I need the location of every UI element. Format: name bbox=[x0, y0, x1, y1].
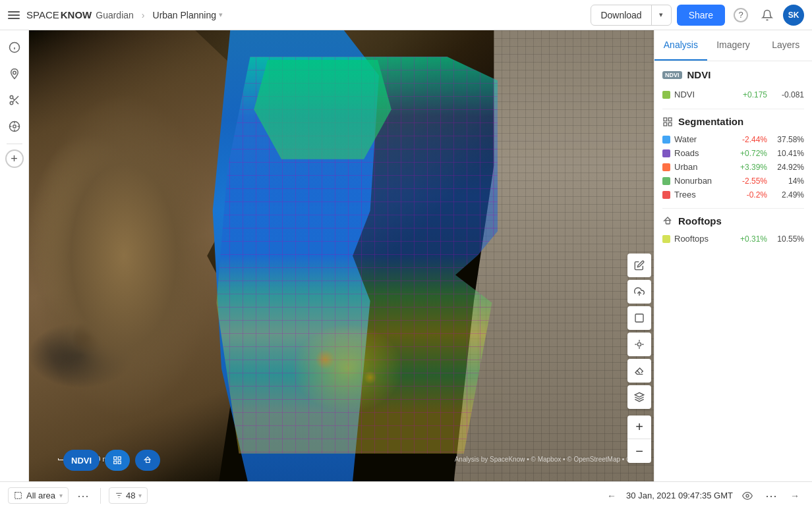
ndvi-label: NDVI bbox=[674, 90, 734, 99]
svg-line-7 bbox=[15, 101, 18, 104]
notification-button[interactable] bbox=[757, 5, 778, 26]
breadcrumb-current[interactable]: Urban Planning ▾ bbox=[153, 10, 223, 20]
segmentation-header: Segmentation bbox=[662, 116, 804, 127]
ndvi-badge: NDVI bbox=[662, 71, 682, 79]
ndvi-chip[interactable]: NDVI bbox=[63, 450, 100, 471]
download-arrow[interactable]: ▾ bbox=[651, 5, 671, 25]
area-select[interactable]: All area ▾ bbox=[8, 487, 69, 504]
rooftops-header: Rooftops bbox=[662, 215, 804, 227]
urban-color bbox=[662, 163, 670, 171]
avatar[interactable]: SK bbox=[783, 5, 804, 26]
help-icon: ? bbox=[734, 8, 748, 22]
map-attribution: Analysis by SpaceKnow • © Mapbox • © Ope… bbox=[455, 456, 651, 463]
brand-know: KNOW bbox=[61, 9, 92, 20]
svg-rect-24 bbox=[118, 457, 121, 460]
eraser-tool[interactable] bbox=[627, 359, 651, 383]
main-content: + 300 m Analysis by SpaceKnow • © Mapbox… bbox=[0, 30, 812, 481]
seg-row-roads: Roads +0.72% 10.41% bbox=[662, 146, 804, 160]
rooftops-change: +0.31% bbox=[738, 234, 767, 244]
crosshair-tool[interactable] bbox=[627, 333, 651, 356]
tab-layers[interactable]: Layers bbox=[759, 30, 812, 61]
select-tool[interactable] bbox=[627, 306, 651, 330]
area-more-button[interactable]: ⋯ bbox=[74, 487, 92, 505]
water-color bbox=[662, 136, 670, 144]
urban-change: +3.39% bbox=[738, 163, 767, 172]
rooftops-section-icon bbox=[662, 216, 673, 227]
svg-marker-22 bbox=[635, 392, 643, 397]
seg-row-water: Water -2.44% 37.58% bbox=[662, 132, 804, 146]
nonurban-color bbox=[662, 177, 670, 185]
options-button[interactable]: ⋯ bbox=[762, 487, 780, 505]
toolbar-info[interactable] bbox=[3, 36, 26, 59]
layers-tool[interactable] bbox=[627, 385, 651, 409]
tab-imagery[interactable]: Imagery bbox=[707, 30, 760, 61]
ndvi-title: NDVI bbox=[687, 69, 711, 80]
zoom-in-button[interactable]: + bbox=[627, 415, 651, 439]
rooftops-chip[interactable] bbox=[135, 450, 160, 471]
eye-icon bbox=[742, 491, 753, 501]
segmentation-chip[interactable] bbox=[105, 450, 130, 471]
trees-label: Trees bbox=[674, 190, 734, 200]
svg-point-4 bbox=[10, 95, 13, 99]
map-tools bbox=[627, 254, 651, 409]
map-chips: NDVI bbox=[63, 450, 160, 471]
map-area[interactable]: 300 m Analysis by SpaceKnow • © Mapbox •… bbox=[29, 30, 654, 481]
svg-point-10 bbox=[13, 125, 16, 128]
svg-rect-27 bbox=[664, 118, 667, 121]
ndvi-value: -0.081 bbox=[771, 90, 804, 99]
bottom-sep-1 bbox=[100, 488, 101, 504]
draw-tool[interactable] bbox=[627, 254, 651, 277]
prev-button[interactable]: ← bbox=[602, 487, 621, 505]
brand-guardian: Guardian bbox=[96, 10, 134, 20]
zoom-out-button[interactable]: − bbox=[627, 439, 651, 463]
area-arrow: ▾ bbox=[59, 492, 63, 499]
svg-point-35 bbox=[746, 495, 749, 497]
menu-button[interactable] bbox=[8, 9, 21, 22]
svg-rect-23 bbox=[114, 457, 117, 460]
rooftops-value: 10.55% bbox=[771, 234, 804, 244]
date-info: 30 Jan, 2021 09:47:35 GMT bbox=[626, 491, 733, 500]
toolbar-target[interactable] bbox=[3, 115, 26, 138]
divider-1 bbox=[662, 109, 804, 109]
svg-rect-31 bbox=[15, 493, 22, 499]
segmentation-icon bbox=[113, 456, 122, 465]
panel-tabs: Analysis Imagery Layers bbox=[654, 30, 812, 61]
download-button[interactable]: Download ▾ bbox=[591, 5, 671, 26]
breadcrumb-separator: › bbox=[142, 10, 145, 20]
segmentation-title: Segmentation bbox=[678, 116, 743, 127]
share-button[interactable]: Share bbox=[677, 5, 725, 26]
ndvi-change: +0.175 bbox=[738, 90, 767, 99]
ndvi-chip-label: NDVI bbox=[71, 456, 92, 466]
nonurban-label: Nonurban bbox=[674, 176, 734, 186]
svg-rect-29 bbox=[668, 122, 672, 126]
next-button[interactable]: → bbox=[786, 487, 804, 505]
filter-button[interactable]: 48 ▾ bbox=[109, 487, 147, 504]
tab-analysis[interactable]: Analysis bbox=[654, 30, 707, 61]
help-button[interactable]: ? bbox=[730, 5, 751, 26]
brand-logo: SPACEKNOW Guardian bbox=[26, 9, 134, 20]
water-change: -2.44% bbox=[738, 135, 767, 144]
svg-rect-28 bbox=[668, 118, 672, 121]
svg-rect-30 bbox=[664, 122, 667, 126]
rooftops-section: Rooftops Rooftops +0.31% 10.55% bbox=[662, 215, 804, 246]
filter-value: 48 bbox=[126, 491, 135, 500]
toolbar-location[interactable] bbox=[3, 62, 26, 86]
svg-rect-26 bbox=[114, 461, 117, 464]
left-toolbar: + bbox=[0, 30, 29, 481]
panel-content: NDVI NDVI NDVI +0.175 -0.081 Segmentatio… bbox=[654, 61, 812, 481]
eye-button[interactable] bbox=[738, 487, 757, 505]
roads-color bbox=[662, 149, 670, 157]
area-select-icon bbox=[14, 491, 22, 500]
urban-label: Urban bbox=[674, 162, 734, 172]
upload-tool[interactable] bbox=[627, 280, 651, 304]
filter-icon bbox=[115, 491, 123, 500]
svg-line-8 bbox=[13, 98, 14, 100]
rooftops-title: Rooftops bbox=[678, 215, 722, 227]
water-value: 37.58% bbox=[771, 135, 804, 144]
segmentation-section-icon bbox=[662, 117, 673, 127]
toolbar-add[interactable]: + bbox=[5, 149, 24, 168]
download-label[interactable]: Download bbox=[591, 5, 651, 25]
toolbar-scissors[interactable] bbox=[3, 88, 26, 112]
svg-rect-25 bbox=[118, 461, 121, 464]
trees-color bbox=[662, 191, 670, 199]
